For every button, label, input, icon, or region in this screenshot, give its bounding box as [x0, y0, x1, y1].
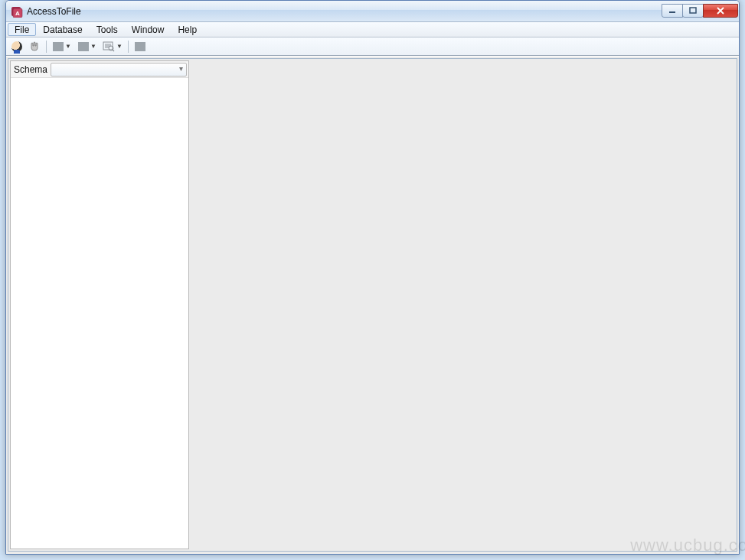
chevron-down-icon: ▼: [116, 43, 123, 50]
svg-text:A: A: [15, 10, 20, 17]
toolbar-hand-button[interactable]: [27, 39, 42, 54]
content-inner: Schema: [8, 58, 737, 552]
menu-file[interactable]: File: [8, 23, 36, 36]
chevron-down-icon: ▼: [65, 43, 71, 50]
schema-label: Schema: [14, 64, 51, 75]
window-title: AccessToFile: [27, 6, 81, 17]
toolbar-export-button[interactable]: ▼: [76, 39, 99, 54]
export-icon: [78, 42, 89, 51]
query-icon: [103, 41, 115, 52]
menu-window[interactable]: Window: [125, 22, 172, 37]
toolbar-query-button[interactable]: ▼: [101, 39, 124, 54]
minimize-button[interactable]: [662, 4, 683, 18]
user-icon: [11, 41, 22, 52]
app-window: A AccessToFile File Database Tools Windo…: [5, 0, 740, 555]
maximize-button[interactable]: [682, 4, 704, 18]
titlebar[interactable]: A AccessToFile: [6, 1, 739, 22]
menu-database[interactable]: Database: [36, 22, 89, 37]
menu-help[interactable]: Help: [171, 22, 204, 37]
tree-view[interactable]: [11, 78, 188, 549]
menubar: File Database Tools Window Help: [6, 22, 739, 37]
toolbar-import-button[interactable]: ▼: [51, 39, 74, 54]
svg-rect-3: [669, 11, 675, 13]
chevron-down-icon: ▼: [90, 43, 96, 50]
schema-combo[interactable]: [51, 63, 187, 77]
right-panel: [194, 59, 737, 551]
hand-icon: [29, 41, 40, 52]
toolbar-separator: [128, 41, 129, 53]
toolbar-separator: [46, 41, 47, 53]
app-icon: A: [11, 5, 23, 18]
schema-row: Schema: [11, 61, 188, 78]
toolbar-user-button[interactable]: [9, 39, 25, 54]
close-button[interactable]: [703, 4, 738, 18]
toolbar-stop-button[interactable]: [132, 39, 148, 54]
import-icon: [53, 42, 64, 51]
toolbar: ▼ ▼ ▼: [6, 37, 739, 56]
content-area: Schema: [6, 56, 739, 554]
window-controls: [662, 4, 739, 19]
left-panel: Schema: [10, 60, 189, 549]
stop-icon: [135, 42, 145, 51]
menu-tools[interactable]: Tools: [90, 22, 125, 37]
svg-rect-4: [690, 8, 696, 13]
